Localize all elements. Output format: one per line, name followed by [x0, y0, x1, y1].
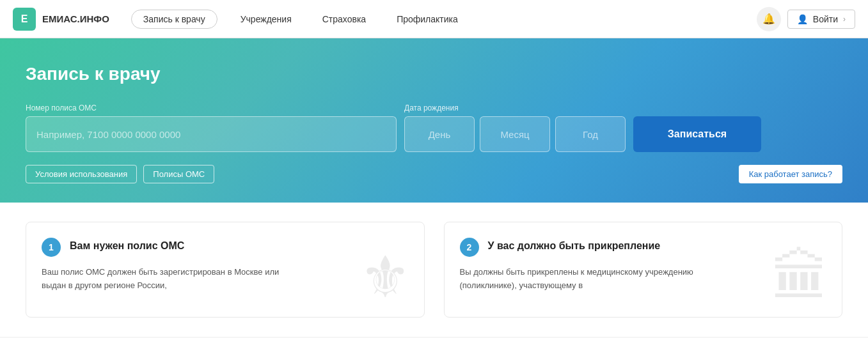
card-1: 1 Вам нужен полис ОМС Ваш полис ОМС долж… — [26, 222, 425, 318]
policy-field-group: Номер полиса ОМС — [26, 104, 397, 152]
logo-icon: E — [13, 8, 36, 31]
year-input[interactable] — [555, 116, 626, 152]
month-input[interactable] — [480, 116, 550, 152]
submit-appointment-button[interactable]: Записаться — [633, 116, 761, 152]
login-button[interactable]: 👤 Войти › — [787, 10, 855, 29]
step-1-circle: 1 — [42, 238, 61, 257]
coat-of-arms-icon: ⚜ — [359, 243, 411, 311]
user-icon: 👤 — [797, 14, 808, 24]
card-2-title: У вас должно быть прикрепление — [488, 238, 661, 252]
hero-bottom-row: Условия использования Полисы ОМС Как раб… — [26, 165, 842, 183]
policies-oms-button[interactable]: Полисы ОМС — [143, 165, 214, 183]
terms-button[interactable]: Условия использования — [26, 165, 137, 183]
step-2-circle: 2 — [460, 238, 479, 257]
card-1-header: 1 Вам нужен полис ОМС — [42, 238, 409, 257]
building-icon: 🏛 — [771, 245, 829, 311]
hero-section: Запись к врачу Номер полиса ОМС Дата рож… — [0, 38, 868, 203]
info-cards-section: 1 Вам нужен полис ОМС Ваш полис ОМС долж… — [0, 203, 868, 337]
card-1-text: Ваш полис ОМС должен быть зарегистрирова… — [42, 266, 285, 293]
header-right: 🔔 👤 Войти › — [757, 7, 855, 31]
card-1-title: Вам нужен полис ОМС — [70, 238, 184, 252]
policy-input[interactable] — [26, 116, 397, 152]
login-label: Войти — [813, 14, 838, 24]
logo-name: ЕМИАС.ИНФО — [42, 13, 109, 24]
login-arrow-icon: › — [843, 15, 846, 24]
notification-bell-button[interactable]: 🔔 — [757, 7, 781, 31]
how-it-works-button[interactable]: Как работает запись? — [739, 165, 842, 183]
appointment-form: Номер полиса ОМС Дата рождения Записатьс… — [26, 104, 842, 152]
day-input[interactable] — [404, 116, 475, 152]
card-2-text: Вы должны быть прикреплены к медицинском… — [460, 266, 703, 293]
card-2: 2 У вас должно быть прикрепление Вы долж… — [444, 222, 843, 318]
header: E ЕМИАС.ИНФО Запись к врачу Учреждения С… — [0, 0, 868, 38]
policy-label: Номер полиса ОМС — [26, 104, 397, 112]
nav-insurance-button[interactable]: Страховка — [315, 10, 374, 28]
logo-block: E ЕМИАС.ИНФО — [13, 8, 109, 31]
hero-title: Запись к врачу — [26, 64, 842, 84]
nav-prevention-button[interactable]: Профилактика — [389, 10, 466, 28]
nav-institutions-button[interactable]: Учреждения — [233, 10, 299, 28]
date-label: Дата рождения — [404, 104, 626, 112]
nav-appointment-button[interactable]: Запись к врачу — [131, 10, 217, 29]
hero-bottom-left: Условия использования Полисы ОМС — [26, 165, 214, 183]
bell-icon: 🔔 — [762, 13, 775, 25]
date-field-group: Дата рождения — [404, 104, 626, 152]
